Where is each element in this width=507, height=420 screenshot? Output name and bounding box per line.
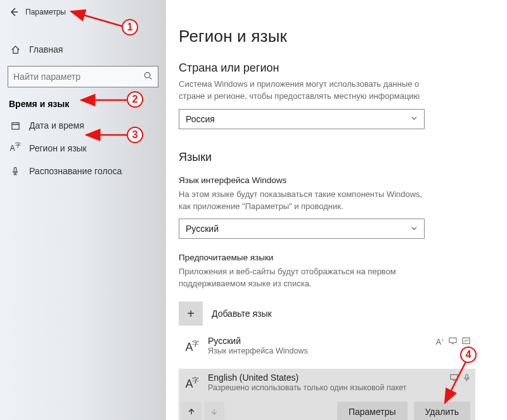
move-down-button[interactable]: [204, 402, 224, 420]
display-language-help: На этом языке будут показываться такие к…: [179, 189, 432, 213]
speech-icon: [463, 374, 470, 384]
svg-rect-1: [11, 122, 18, 129]
header-title: Параметры: [25, 8, 66, 16]
header-bar: Параметры: [0, 0, 166, 24]
search-icon: [143, 71, 153, 82]
annotation-marker-2: 2: [127, 91, 143, 108]
display-language-subheading: Язык интерфейса Windows: [179, 175, 488, 185]
calendar-icon: [9, 121, 22, 130]
svg-rect-3: [449, 338, 456, 342]
language-feature-icons: A♪: [436, 336, 470, 347]
home-icon: [9, 45, 22, 54]
section-languages-heading: Языки: [179, 151, 488, 164]
svg-rect-6: [466, 374, 468, 378]
display-icon: [449, 337, 457, 347]
search-box[interactable]: [8, 66, 158, 87]
language-remove-button[interactable]: Удалить: [414, 402, 470, 420]
language-name: English (United States): [208, 372, 450, 383]
add-language-button[interactable]: + Добавьте язык: [179, 302, 488, 326]
move-up-button[interactable]: [181, 402, 202, 420]
language-actions: Параметры Удалить: [181, 402, 470, 420]
region-select[interactable]: Россия: [179, 109, 425, 129]
language-name: Русский: [208, 336, 436, 346]
search-input[interactable]: [13, 72, 143, 82]
svg-rect-2: [14, 167, 16, 172]
main-content: Регион и язык Страна или регион Система …: [166, 0, 507, 420]
sidebar-item-home[interactable]: Главная: [0, 38, 166, 61]
svg-point-0: [144, 72, 150, 77]
arrow-left-icon: [9, 7, 19, 17]
sidebar-item-label: Дата и время: [29, 120, 84, 130]
chevron-down-icon: [411, 225, 418, 233]
chevron-down-icon: [411, 115, 418, 123]
annotation-marker-3: 3: [127, 127, 143, 143]
preferred-languages-help: Приложения и веб-сайты будут отображатьс…: [179, 266, 432, 290]
handwriting-icon: [462, 337, 470, 347]
back-button[interactable]: [4, 2, 24, 22]
language-feature-icons: [450, 372, 470, 384]
language-description: Разрешено использовать только один языко…: [208, 383, 450, 392]
sidebar-item-speech[interactable]: Распознавание голоса: [0, 160, 166, 182]
sidebar-home-label: Главная: [29, 44, 63, 54]
language-options-button[interactable]: Параметры: [337, 402, 408, 420]
display-language-select[interactable]: Русский: [179, 219, 425, 239]
sidebar: Параметры Главная Время и язык Дата и вр…: [0, 0, 166, 420]
text-to-speech-icon: A♪: [436, 337, 444, 347]
display-icon: [450, 374, 458, 384]
language-entry-english[interactable]: A字 English (United States) Разрешено исп…: [179, 369, 475, 420]
sidebar-item-label: Регион и язык: [29, 143, 87, 153]
language-glyph-icon: A字: [181, 372, 204, 395]
add-language-label: Добавьте язык: [212, 309, 272, 319]
svg-rect-5: [451, 374, 458, 379]
preferred-languages-subheading: Предпочитаемые языки: [179, 253, 488, 262]
annotation-marker-1: 1: [122, 19, 138, 35]
section-region-heading: Страна или регион: [179, 61, 488, 75]
region-value: Россия: [186, 114, 215, 124]
plus-icon: +: [179, 302, 203, 326]
page-title: Регион и язык: [179, 27, 488, 46]
region-help-text: Система Windows и приложения могут испол…: [179, 79, 432, 103]
annotation-marker-4: 4: [460, 347, 477, 363]
language-entry-russian[interactable]: A字 Русский Язык интерфейса Windows A♪: [179, 332, 475, 362]
microphone-icon: [9, 167, 22, 176]
display-language-value: Русский: [186, 224, 219, 234]
language-description: Язык интерфейса Windows: [208, 347, 436, 355]
sidebar-item-label: Распознавание голоса: [29, 166, 122, 176]
language-icon: A字: [9, 144, 22, 153]
language-glyph-icon: A字: [181, 336, 204, 359]
